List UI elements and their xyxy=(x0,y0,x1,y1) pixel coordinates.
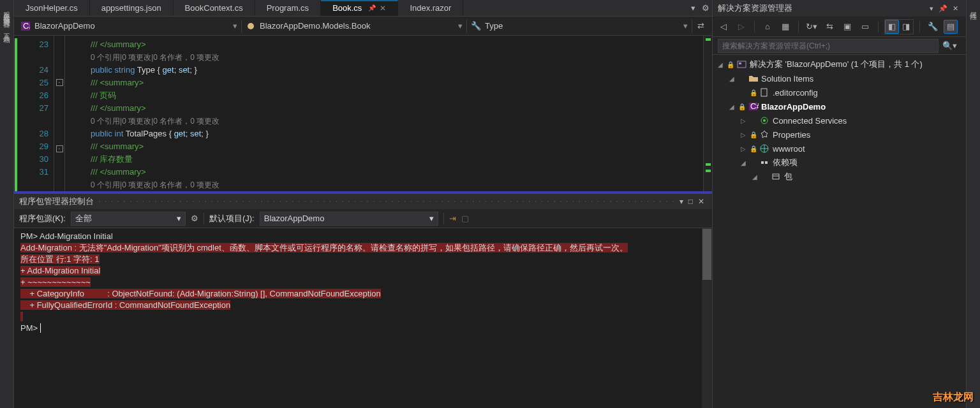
tree-label: 包 xyxy=(784,171,792,182)
pmc-project-label: 默认项目(J): xyxy=(209,213,255,224)
code-content[interactable]: /// </summary>0 个引用|0 项更改|0 名作者，0 项更改pub… xyxy=(65,36,703,191)
pmc-titlebar[interactable]: 程序包管理器控制台 • • • • • • • • • • • • • • • … xyxy=(14,194,712,209)
tree-node[interactable]: ◢依赖项 xyxy=(713,156,966,170)
sol-home-icon[interactable]: ⌂ xyxy=(761,20,775,34)
lock-icon: 🔒 xyxy=(738,103,746,110)
pmc-close-icon[interactable]: ✕ xyxy=(695,197,707,206)
tree-label: Properties xyxy=(773,130,810,140)
expand-icon[interactable]: ◢ xyxy=(716,61,724,68)
svg-rect-5 xyxy=(761,89,767,96)
sol-switch-views-icon[interactable]: ▦ xyxy=(778,20,792,34)
split-view-button[interactable]: ⇄ xyxy=(692,21,709,31)
server-explorer-tab[interactable]: 服务器资源管理器 xyxy=(1,3,13,20)
tree-node[interactable]: ▷🔒Properties xyxy=(713,127,966,142)
solution-explorer-titlebar[interactable]: 解决方案资源管理器 ▾ 📌 ✕ xyxy=(713,0,966,17)
nav-class-dropdown[interactable]: BlazorAppDemo.Models.Book xyxy=(242,18,454,34)
sol-close-icon[interactable]: ✕ xyxy=(950,4,961,13)
sol-sync-icon[interactable]: ⇆ xyxy=(822,20,836,34)
line-number-gutter: 232425262728293031 xyxy=(18,36,54,191)
tab-overflow-dropdown[interactable]: ▾ xyxy=(687,0,699,16)
tree-label: Solution Items xyxy=(761,74,813,84)
lock-icon: 🔒 xyxy=(750,89,757,96)
properties-tab[interactable]: 属性 xyxy=(967,3,979,13)
svg-point-2 xyxy=(248,23,254,29)
pin-icon[interactable]: 📌 xyxy=(368,4,376,11)
code-editor[interactable]: 232425262728293031 -- /// </summary>0 个引… xyxy=(14,36,712,191)
svg-text:C#: C# xyxy=(23,22,30,31)
tab-book-cs[interactable]: Book.cs📌✕ xyxy=(321,0,398,16)
expand-icon[interactable]: ◢ xyxy=(739,159,747,166)
tree-node[interactable]: ▷Connected Services xyxy=(713,113,966,127)
nav-member-label: Type xyxy=(485,21,503,31)
expand-icon[interactable]: ▷ xyxy=(739,131,747,138)
expand-icon[interactable]: ▷ xyxy=(739,145,747,152)
tree-node[interactable]: ◢包 xyxy=(713,170,966,184)
pmc-project-dropdown[interactable]: BlazorAppDemo▾ xyxy=(260,212,438,226)
nav-member-caret[interactable]: ▾ xyxy=(679,21,692,31)
csharp-project-icon: C# xyxy=(20,21,31,31)
toolbox-tab[interactable]: 工具箱 xyxy=(1,24,13,36)
expand-icon[interactable]: ◢ xyxy=(728,75,736,82)
cs-icon xyxy=(760,116,770,125)
svg-rect-3 xyxy=(738,61,746,68)
package-manager-console: 程序包管理器控制台 • • • • • • • • • • • • • • • … xyxy=(14,191,712,408)
nav-class-caret[interactable]: ▾ xyxy=(454,21,466,31)
search-icon[interactable]: 🔍▾ xyxy=(939,41,961,50)
main-area: JsonHelper.csappsettings.jsonBookContext… xyxy=(14,0,712,408)
pmc-scrollbar[interactable] xyxy=(702,228,712,408)
sol-collapse-icon[interactable]: ▭ xyxy=(858,20,872,34)
grip-dots[interactable]: • • • • • • • • • • • • • • • • • • • • … xyxy=(94,200,677,203)
sln-icon xyxy=(737,60,747,69)
tree-node[interactable]: ◢Solution Items xyxy=(713,71,966,85)
tree-node[interactable]: 🔒.editorconfig xyxy=(713,85,966,99)
pmc-toolbar: 程序包源(K): 全部▾ ⚙ 默认项目(J): BlazorAppDemo▾ ⇥… xyxy=(14,209,712,228)
pmc-settings-icon[interactable]: ⚙ xyxy=(191,214,198,223)
sol-dropdown-icon[interactable]: ▾ xyxy=(927,4,936,13)
tree-label: wwwroot xyxy=(773,144,805,154)
solution-explorer-title: 解决方案资源管理器 xyxy=(718,3,792,14)
pmc-source-dropdown[interactable]: 全部▾ xyxy=(71,212,186,226)
solution-search-input[interactable] xyxy=(718,39,939,53)
sol-preview-icon[interactable]: ▤ xyxy=(944,20,958,34)
expand-icon[interactable]: ◢ xyxy=(728,103,736,110)
tab-index-razor[interactable]: Index.razor xyxy=(398,0,463,16)
tab-bookcontext-cs[interactable]: BookContext.cs xyxy=(174,0,255,16)
sol-back-icon[interactable]: ◁ xyxy=(716,20,731,34)
close-icon[interactable]: ✕ xyxy=(380,4,386,13)
pmc-dropdown-icon[interactable]: ▾ xyxy=(677,197,686,206)
sol-pending-changes-icon[interactable]: ↻▾ xyxy=(805,20,819,34)
nav-member-dropdown[interactable]: 🔧 Type xyxy=(467,18,679,34)
pmc-indent-icon[interactable]: ⇥ xyxy=(449,214,456,223)
tree-label: 依赖项 xyxy=(773,157,798,168)
pmc-maximize-icon[interactable]: □ xyxy=(686,197,695,206)
right-panel: 解决方案资源管理器 ▾ 📌 ✕ ◁ ▷ ⌂ ▦ ↻▾ ⇆ ▣ ▭ ◧ ◨ 🔧 ▤ xyxy=(712,0,980,408)
watermark: 吉林龙网 xyxy=(933,391,974,404)
left-sidebar: 服务器资源管理器 工具箱 xyxy=(0,0,14,408)
nav-project-dropdown[interactable]: C# BlazorAppDemo xyxy=(17,18,229,34)
tab-appsettings-json[interactable]: appsettings.json xyxy=(90,0,174,16)
fold-margin[interactable]: -- xyxy=(54,36,65,191)
overview-ruler[interactable] xyxy=(703,36,712,191)
expand-icon[interactable]: ◢ xyxy=(751,173,759,180)
svg-point-9 xyxy=(763,119,766,122)
sol-pin-icon[interactable]: 📌 xyxy=(936,4,950,13)
tab-program-cs[interactable]: Program.cs xyxy=(255,0,321,16)
tree-node[interactable]: ◢🔒C#BlazorAppDemo xyxy=(713,99,966,113)
tree-node[interactable]: ◢🔒解决方案 'BlazorAppDemo' (1 个项目，共 1 个) xyxy=(713,57,966,71)
sol-view-toggle-1[interactable]: ◧ xyxy=(885,20,899,34)
tree-node[interactable]: ▷🔒wwwroot xyxy=(713,142,966,156)
sol-properties-icon[interactable]: 🔧 xyxy=(926,20,940,34)
expand-icon[interactable]: ▷ xyxy=(739,117,747,124)
tab-gear-icon[interactable]: ⚙ xyxy=(699,0,712,16)
tree-label: Connected Services xyxy=(773,116,847,126)
pmc-output[interactable]: PM> Add-Migration InitialAdd-Migration :… xyxy=(14,228,712,408)
sol-show-all-icon[interactable]: ▣ xyxy=(840,20,854,34)
web-icon xyxy=(760,144,770,153)
sol-view-toggle-2[interactable]: ◨ xyxy=(899,20,913,34)
solution-tree[interactable]: ◢🔒解决方案 'BlazorAppDemo' (1 个项目，共 1 个)◢Sol… xyxy=(713,55,966,408)
nav-project-caret[interactable]: ▾ xyxy=(229,21,241,31)
pkg-icon xyxy=(771,172,782,181)
tab-jsonhelper-cs[interactable]: JsonHelper.cs xyxy=(14,0,90,16)
solution-explorer: 解决方案资源管理器 ▾ 📌 ✕ ◁ ▷ ⌂ ▦ ↻▾ ⇆ ▣ ▭ ◧ ◨ 🔧 ▤ xyxy=(713,0,966,408)
pmc-clear-icon[interactable]: ▢ xyxy=(461,214,469,223)
